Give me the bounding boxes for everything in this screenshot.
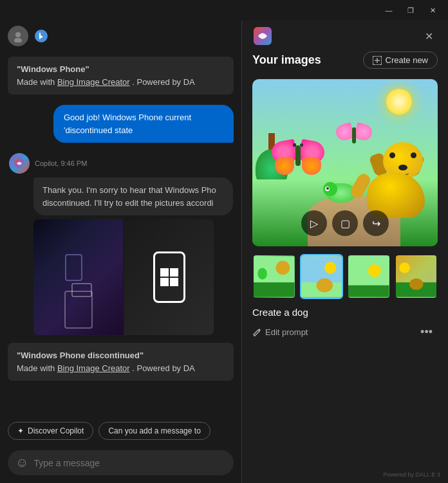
- play-button[interactable]: ▷: [301, 210, 327, 236]
- phone-outline-icon: [153, 251, 185, 303]
- play-icon: ▷: [310, 217, 318, 230]
- create-new-label: Create new: [386, 55, 428, 65]
- chat-image-2: [124, 219, 214, 335]
- butterfly-body: [295, 145, 301, 166]
- bot-time: 9:46 PM: [61, 159, 87, 167]
- images-content: Your images Create new: [242, 51, 448, 483]
- svg-rect-5: [66, 255, 82, 280]
- thumb-bg-1: [254, 255, 295, 298]
- bot-meta: Copilot, 9:46 PM: [9, 153, 234, 174]
- bot-avatar: [9, 153, 30, 174]
- thumb-scene-1: [254, 255, 295, 298]
- user-bubble-1: Good job! Windows Phone current 'discont…: [53, 105, 234, 143]
- thumb-scene-4: [396, 255, 437, 298]
- main-image-container: ▷ ▢ ↪: [252, 79, 438, 246]
- svg-point-14: [257, 268, 267, 279]
- window-controls: — ❐ ✕: [378, 4, 443, 17]
- chip-discover-copilot[interactable]: ✦ Discover Copilot: [8, 422, 93, 440]
- svg-point-25: [399, 262, 409, 273]
- msg1-title: "Windows Phone": [17, 64, 89, 74]
- user-message-container: Good job! Windows Phone current 'discont…: [8, 105, 234, 143]
- pw-square-1: [160, 268, 169, 277]
- puppy-eye-left: [389, 152, 395, 158]
- prompt-section: Create a dog Edit prompt •••: [252, 307, 438, 342]
- windows-logo: [160, 268, 178, 286]
- main-content: "Windows Phone" Made with Bing Image Cre…: [0, 21, 448, 483]
- share-button[interactable]: ↪: [363, 210, 389, 236]
- image-actions: ▷ ▢ ↪: [301, 210, 389, 236]
- thumbnail-1[interactable]: [252, 254, 296, 299]
- pw-square-2: [170, 268, 178, 277]
- chat-panel: "Windows Phone" Made with Bing Image Cre…: [0, 21, 241, 483]
- msg2-suffix: . Powered by DA: [132, 363, 195, 373]
- pw-square-4: [170, 278, 178, 286]
- msg1-link[interactable]: Bing Image Creator: [57, 77, 130, 87]
- thumbnail-2[interactable]: [300, 254, 344, 299]
- create-new-button[interactable]: Create new: [363, 51, 438, 69]
- images-panel-header: ✕: [242, 21, 448, 51]
- wing-bottom-left: [275, 157, 294, 175]
- puppy-nose: [398, 165, 407, 170]
- message-input-area: ☺: [0, 445, 241, 483]
- svg-point-26: [409, 278, 423, 290]
- chat-header: [0, 21, 241, 51]
- create-new-icon: [373, 56, 382, 65]
- chip-add-message[interactable]: Can you add a message to: [98, 422, 210, 440]
- system-message-2: "Windows Phone discontinued" Made with B…: [8, 343, 234, 381]
- pencil-icon: [252, 328, 261, 337]
- close-button[interactable]: ✕: [422, 4, 443, 17]
- edit-prompt-button[interactable]: Edit prompt: [252, 325, 308, 340]
- thumbnail-4[interactable]: [395, 254, 438, 299]
- maximize-button[interactable]: ❐: [400, 4, 421, 17]
- svg-point-13: [275, 261, 290, 275]
- chat-image-1: [33, 219, 123, 335]
- svg-point-21: [368, 264, 381, 277]
- svg-point-17: [324, 262, 336, 273]
- chip-add-message-label: Can you add a message to: [108, 426, 200, 435]
- more-options-button[interactable]: •••: [415, 323, 438, 342]
- thumbnails-row: [252, 254, 438, 299]
- msg2-subtitle: Made with: [17, 363, 55, 373]
- golden-puppy: [351, 138, 428, 221]
- thumb-bg-2: [301, 255, 342, 298]
- share-icon: ↪: [372, 217, 380, 230]
- butterfly-eye-l: [293, 143, 296, 147]
- phone-button[interactable]: ▢: [332, 210, 358, 236]
- images-panel: ✕ Your images Create new: [242, 21, 448, 483]
- message-group-2: "Windows Phone discontinued" Made with B…: [8, 343, 234, 381]
- msg1-subtitle: Made with: [17, 77, 55, 87]
- msg1-suffix: . Powered by DA: [132, 77, 195, 87]
- chip-discover-label: Discover Copilot: [28, 426, 84, 435]
- images-title-row: Your images Create new: [252, 51, 438, 69]
- msg2-link[interactable]: Bing Image Creator: [57, 363, 130, 373]
- thumb-bg-3: [348, 255, 389, 298]
- svg-rect-6: [72, 284, 91, 296]
- chat-avatar: [8, 26, 28, 46]
- close-panel-button[interactable]: ✕: [420, 27, 438, 45]
- prompt-actions: Edit prompt •••: [252, 323, 438, 342]
- svg-point-18: [316, 278, 332, 293]
- emoji-icon[interactable]: ☺: [15, 455, 28, 470]
- edit-prompt-label: Edit prompt: [265, 327, 308, 337]
- message-input[interactable]: [33, 458, 226, 468]
- bot-message-container: Copilot, 9:46 PM Thank you. I'm sorry to…: [8, 153, 234, 335]
- butterfly-left: [268, 138, 326, 183]
- bot-bubble-1: Thank you. I'm sorry to hear that Window…: [33, 178, 233, 215]
- message-group-1: "Windows Phone" Made with Bing Image Cre…: [8, 57, 234, 95]
- images-title: Your images: [252, 53, 321, 67]
- thumbnail-3[interactable]: [347, 254, 391, 299]
- panel-logo-icon: [252, 26, 273, 46]
- svg-rect-12: [254, 282, 295, 297]
- powered-by-text: Powered by DALL·E 3: [383, 471, 440, 478]
- minimize-button[interactable]: —: [378, 4, 399, 17]
- thumb-bg-4: [396, 255, 437, 298]
- bing-icon: [33, 28, 49, 44]
- message-input-container: ☺: [8, 450, 234, 475]
- chip-discover-icon: ✦: [17, 426, 24, 435]
- puppy-eye-right: [411, 152, 416, 158]
- butterfly2-body: [352, 127, 356, 143]
- thumb-scene-2: [301, 255, 342, 298]
- system-message-1: "Windows Phone" Made with Bing Image Cre…: [8, 57, 234, 95]
- suggestion-chips: ✦ Discover Copilot Can you add a message…: [0, 417, 241, 445]
- svg-rect-20: [348, 286, 389, 297]
